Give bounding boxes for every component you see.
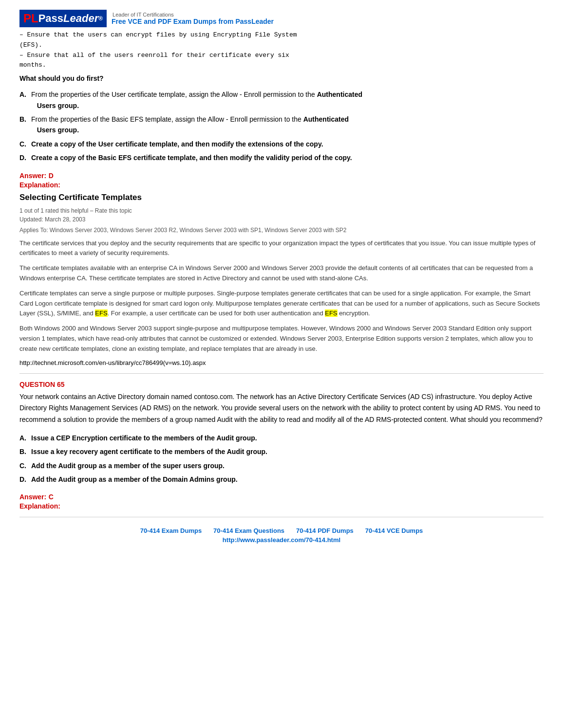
q65-option-b-content: Issue a key recovery agent certificate t…: [31, 446, 544, 457]
q65-option-b-letter: B.: [19, 446, 29, 457]
answer-q65-label: Answer:: [19, 493, 46, 501]
option-a-content: From the properties of the User certific…: [31, 89, 544, 111]
helpful-text: 1 out of 1 rated this helpful – Rate thi…: [19, 207, 544, 214]
option-d: D. Create a copy of the Basic EFS certif…: [19, 152, 544, 163]
explanation-q1-label: Explanation:: [19, 181, 544, 189]
page-header: PL PassLeader® Leader of IT Certificatio…: [19, 10, 544, 27]
exp-para3-text3: encryption.: [338, 309, 370, 317]
exp-para1: The certificate services that you deploy…: [19, 238, 544, 259]
footer-link-2[interactable]: 70-414 Exam Questions: [213, 527, 284, 534]
efs-highlight-1: EFS: [95, 309, 107, 317]
q65-option-d-content: Add the Audit group as a member of the D…: [31, 474, 544, 485]
q65-option-a: A. Issue a CEP Encryption certificate to…: [19, 433, 544, 443]
answer-q65-value: C: [49, 493, 54, 501]
option-d-content: Create a copy of the Basic EFS certifica…: [31, 152, 544, 163]
q65-option-d-letter: D.: [19, 474, 29, 485]
intro-line2: (EFS).: [19, 40, 544, 51]
logo-box: PL PassLeader®: [19, 10, 107, 27]
q65-option-c-letter: C.: [19, 460, 29, 471]
option-d-letter: D.: [19, 152, 29, 163]
intro-line1: – Ensure that the users can encrypt file…: [19, 30, 544, 40]
footer-divider: [19, 517, 544, 517]
option-a-letter: A.: [19, 89, 29, 111]
updated-text: Updated: March 28, 2003: [19, 216, 544, 223]
option-c-letter: C.: [19, 139, 29, 149]
intro-section: – Ensure that the users can encrypt file…: [19, 30, 544, 71]
q65-body: Your network contains an Active Director…: [19, 391, 544, 426]
q65-option-b: B. Issue a key recovery agent certificat…: [19, 446, 544, 457]
q1-options: A. From the properties of the User certi…: [19, 89, 544, 163]
option-c: C. Create a copy of the User certificate…: [19, 139, 544, 149]
free-vce-label: Free VCE and PDF Exam Dumps from PassLea…: [112, 18, 274, 25]
intro-line4: months.: [19, 60, 544, 71]
explanation-link[interactable]: http://technet.microsoft.com/en-us/libra…: [19, 359, 544, 366]
applies-text: Applies To: Windows Server 2003, Windows…: [19, 227, 544, 234]
explanation-q65-label: Explanation:: [19, 502, 544, 510]
leader-of: Leader of IT Certifications: [113, 12, 274, 18]
footer-links: 70-414 Exam Dumps 70-414 Exam Questions …: [19, 527, 544, 534]
logo-right: Leader of IT Certifications Free VCE and…: [112, 12, 274, 25]
intro-line3: – Ensure that all of the users reenroll …: [19, 51, 544, 61]
exp-para2: The certificate templates available with…: [19, 263, 544, 284]
q1-question: What should you do first?: [19, 74, 544, 82]
exp-para4: Both Windows 2000 and Windows Server 200…: [19, 324, 544, 354]
q65-options: A. Issue a CEP Encryption certificate to…: [19, 433, 544, 485]
q65-option-a-letter: A.: [19, 433, 29, 443]
footer-link-3[interactable]: 70-414 PDF Dumps: [296, 527, 354, 534]
option-b-content: From the properties of the Basic EFS tem…: [31, 114, 544, 136]
efs-highlight-2: EFS: [325, 309, 337, 317]
exp-para3: Certificate templates can serve a single…: [19, 289, 544, 319]
option-a: A. From the properties of the User certi…: [19, 89, 544, 111]
logo-pass: Pass: [38, 12, 63, 25]
option-c-content: Create a copy of the User certificate te…: [31, 139, 544, 149]
footer-link-1[interactable]: 70-414 Exam Dumps: [140, 527, 202, 534]
section-divider: [19, 373, 544, 374]
footer-url[interactable]: http://www.passleader.com/70-414.html: [19, 536, 544, 544]
exp-para3-text2: . For example, a user certificate can be…: [108, 309, 325, 317]
answer-q1-label: Answer:: [19, 172, 46, 180]
logo-reg: ®: [98, 15, 103, 22]
logo-leader: Leader: [63, 12, 98, 25]
answer-q65: Answer: C: [19, 492, 544, 501]
answer-q1: Answer: D: [19, 171, 544, 180]
q65-option-d: D. Add the Audit group as a member of th…: [19, 474, 544, 485]
logo-pl: PL: [23, 12, 38, 25]
explanation-section-title: Selecting Certificate Templates: [19, 193, 544, 202]
option-b-letter: B.: [19, 114, 29, 136]
option-b: B. From the properties of the Basic EFS …: [19, 114, 544, 136]
q65-number: QUESTION 65: [19, 381, 544, 388]
q65-option-a-content: Issue a CEP Encryption certificate to th…: [31, 433, 544, 443]
q65-option-c-content: Add the Audit group as a member of the s…: [31, 460, 544, 471]
footer-link-4[interactable]: 70-414 VCE Dumps: [365, 527, 423, 534]
answer-q1-value: D: [49, 172, 54, 180]
q65-option-c: C. Add the Audit group as a member of th…: [19, 460, 544, 471]
